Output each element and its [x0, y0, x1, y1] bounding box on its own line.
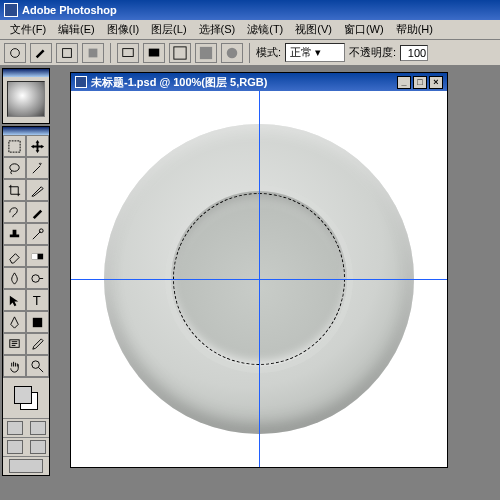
- document-title-bar[interactable]: 未标题-1.psd @ 100%(图层 5,RGB) _ □ ×: [71, 73, 447, 91]
- dodge-tool-icon[interactable]: [26, 267, 49, 289]
- doc-logo-icon: [75, 76, 87, 88]
- toolbox: T: [2, 126, 50, 476]
- menu-image[interactable]: 图像(I): [101, 20, 145, 39]
- svg-rect-1: [63, 48, 72, 57]
- screenmode-2-icon[interactable]: [30, 440, 46, 454]
- svg-point-7: [227, 47, 238, 58]
- maximize-button[interactable]: □: [413, 76, 427, 89]
- screen-full-icon[interactable]: [169, 43, 191, 63]
- screen-extra-icon[interactable]: [195, 43, 217, 63]
- quickmask-off-icon[interactable]: [56, 43, 78, 63]
- brush-tool-icon[interactable]: [26, 201, 49, 223]
- separator: [110, 43, 111, 63]
- app-title: Adobe Photoshop: [22, 4, 117, 16]
- separator: [249, 43, 250, 63]
- eraser-tool-icon[interactable]: [3, 245, 26, 267]
- standard-mode-icon[interactable]: [7, 421, 23, 435]
- hand-tool-icon[interactable]: [3, 355, 26, 377]
- menu-filter[interactable]: 滤镜(T): [241, 20, 289, 39]
- svg-text:T: T: [33, 293, 41, 308]
- wand-tool-icon[interactable]: [26, 157, 49, 179]
- brush-preset-icon[interactable]: [4, 43, 26, 63]
- menu-help[interactable]: 帮助(H): [390, 20, 439, 39]
- svg-rect-4: [149, 48, 160, 56]
- app-logo-icon: [4, 3, 18, 17]
- brush-thumbnail: [7, 81, 45, 117]
- quickmask-on-icon[interactable]: [82, 43, 104, 63]
- svg-rect-12: [32, 253, 38, 259]
- guide-horizontal[interactable]: [71, 279, 447, 280]
- menu-view[interactable]: 视图(V): [289, 20, 338, 39]
- brush-preview-panel[interactable]: [2, 68, 50, 124]
- blend-mode-select[interactable]: 正常 ▾: [285, 43, 345, 62]
- menu-file[interactable]: 文件(F): [4, 20, 52, 39]
- zoom-tool-icon[interactable]: [26, 355, 49, 377]
- svg-rect-8: [9, 140, 20, 151]
- heal-tool-icon[interactable]: [3, 201, 26, 223]
- menu-window[interactable]: 窗口(W): [338, 20, 390, 39]
- opacity-input[interactable]: [400, 45, 428, 61]
- color-swatch[interactable]: [14, 386, 38, 410]
- path-select-icon[interactable]: [3, 289, 26, 311]
- toolbox-grip[interactable]: [3, 127, 49, 135]
- notes-tool-icon[interactable]: [3, 333, 26, 355]
- screen-std-icon[interactable]: [117, 43, 139, 63]
- menu-select[interactable]: 选择(S): [193, 20, 242, 39]
- options-bar: 模式: 正常 ▾ 不透明度:: [0, 40, 500, 66]
- svg-rect-6: [200, 46, 212, 58]
- brush-picker-icon[interactable]: [30, 43, 52, 63]
- mode-label: 模式:: [256, 45, 281, 60]
- history-brush-icon[interactable]: [26, 223, 49, 245]
- svg-point-17: [32, 360, 40, 368]
- slice-tool-icon[interactable]: [26, 179, 49, 201]
- foreground-color-icon[interactable]: [14, 386, 32, 404]
- close-button[interactable]: ×: [429, 76, 443, 89]
- marquee-tool-icon[interactable]: [3, 135, 26, 157]
- gradient-tool-icon[interactable]: [26, 245, 49, 267]
- quickmask-mode-icon[interactable]: [30, 421, 46, 435]
- opacity-label: 不透明度:: [349, 45, 396, 60]
- crop-tool-icon[interactable]: [3, 179, 26, 201]
- screenmode-1-icon[interactable]: [7, 440, 23, 454]
- document-window: 未标题-1.psd @ 100%(图层 5,RGB) _ □ ×: [70, 72, 448, 468]
- svg-point-13: [32, 274, 40, 282]
- move-tool-icon[interactable]: [26, 135, 49, 157]
- type-tool-icon[interactable]: T: [26, 289, 49, 311]
- document-title: 未标题-1.psd @ 100%(图层 5,RGB): [91, 75, 267, 90]
- menu-bar: 文件(F) 编辑(E) 图像(I) 图层(L) 选择(S) 滤镜(T) 视图(V…: [0, 20, 500, 40]
- app-title-bar: Adobe Photoshop: [0, 0, 500, 20]
- minimize-button[interactable]: _: [397, 76, 411, 89]
- workspace: T 未标题-1.psd @ 100%(图层: [0, 66, 500, 500]
- shape-tool-icon[interactable]: [26, 311, 49, 333]
- lasso-tool-icon[interactable]: [3, 157, 26, 179]
- stamp-tool-icon[interactable]: [3, 223, 26, 245]
- svg-rect-15: [33, 317, 42, 326]
- canvas[interactable]: [71, 91, 447, 467]
- svg-point-10: [39, 228, 43, 232]
- panel-grip[interactable]: [3, 69, 49, 77]
- svg-point-9: [10, 163, 19, 171]
- svg-point-0: [11, 48, 20, 57]
- svg-rect-3: [123, 48, 134, 56]
- color-swatch-panel: [3, 377, 49, 418]
- pen-tool-icon[interactable]: [3, 311, 26, 333]
- menu-layer[interactable]: 图层(L): [145, 20, 192, 39]
- eyedropper-tool-icon[interactable]: [26, 333, 49, 355]
- svg-rect-5: [174, 46, 186, 58]
- screen-menu-icon[interactable]: [143, 43, 165, 63]
- svg-rect-2: [89, 48, 98, 57]
- menu-edit[interactable]: 编辑(E): [52, 20, 101, 39]
- screen-extra2-icon[interactable]: [221, 43, 243, 63]
- jump-to-icon[interactable]: [9, 459, 43, 473]
- blur-tool-icon[interactable]: [3, 267, 26, 289]
